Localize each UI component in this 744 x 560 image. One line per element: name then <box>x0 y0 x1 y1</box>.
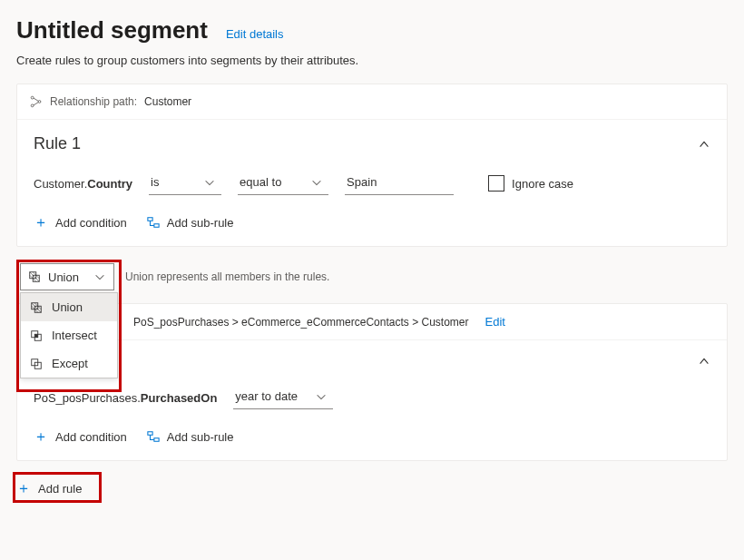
page-title: Untitled segment <box>16 16 208 44</box>
rule-card-2: PoS_posPurchases > eCommerce_eCommerceCo… <box>16 303 728 461</box>
chevron-down-icon <box>315 390 328 403</box>
path-icon <box>30 95 43 108</box>
union-icon <box>30 301 43 314</box>
relpath-edit-link[interactable]: Edit <box>485 315 505 329</box>
intersect-icon <box>30 329 43 342</box>
svg-point-1 <box>31 104 34 107</box>
entity-attribute[interactable]: Customer.Country <box>34 177 132 191</box>
svg-rect-11 <box>34 334 38 338</box>
ignore-case-checkbox[interactable] <box>488 175 504 192</box>
operator-description: Union represents all members in the rule… <box>125 270 329 283</box>
edit-details-link[interactable]: Edit details <box>226 27 284 41</box>
relpath-label: Relationship path: <box>50 95 137 108</box>
chevron-down-icon <box>203 176 216 189</box>
plus-icon: ＋ <box>34 215 48 230</box>
entity-attribute[interactable]: PoS_posPurchases.PurchasedOn <box>34 391 217 405</box>
subrule-icon <box>147 216 160 229</box>
ignore-case-label: Ignore case <box>512 177 573 191</box>
operator-1-dropdown[interactable]: is <box>149 172 221 195</box>
relpath-value: PoS_posPurchases > eCommerce_eCommerceCo… <box>133 316 469 329</box>
operator-option-except[interactable]: Except <box>21 349 117 378</box>
svg-rect-15 <box>154 438 159 442</box>
svg-point-2 <box>38 101 41 103</box>
condition-row: Customer.Country is equal to Spain Ignor… <box>34 172 710 195</box>
svg-rect-4 <box>154 224 159 228</box>
collapse-chevron-icon[interactable] <box>698 355 710 368</box>
set-operator-dropdown[interactable]: Union <box>20 263 114 290</box>
relationship-path: PoS_posPurchases > eCommerce_eCommerceCo… <box>17 304 727 340</box>
page-subtitle: Create rules to group customers into seg… <box>16 54 728 67</box>
add-condition-button[interactable]: ＋ Add condition <box>34 211 127 233</box>
condition-row: PoS_posPurchases.PurchasedOn year to dat… <box>34 386 710 409</box>
chevron-down-icon <box>310 176 323 189</box>
set-operator-menu: Union Intersect Except <box>20 292 118 378</box>
operator-option-union[interactable]: Union <box>21 293 117 321</box>
svg-point-0 <box>31 96 34 99</box>
svg-rect-3 <box>148 218 152 221</box>
add-condition-button[interactable]: ＋ Add condition <box>34 426 127 447</box>
operator-2-dropdown[interactable]: equal to <box>238 172 328 195</box>
svg-rect-14 <box>148 432 152 436</box>
operator-1-dropdown[interactable]: year to date <box>233 386 333 409</box>
subrule-icon <box>147 430 160 443</box>
rule-title: Rule 1 <box>34 134 81 153</box>
value-input[interactable]: Spain <box>345 172 454 195</box>
operator-option-intersect[interactable]: Intersect <box>21 321 117 349</box>
rule-card-1: Relationship path: Customer Rule 1 Custo… <box>16 84 728 247</box>
plus-icon: ＋ <box>34 429 48 444</box>
plus-icon: ＋ <box>16 481 31 496</box>
set-operator-row: Union Union represents all members in th… <box>20 263 728 290</box>
except-icon <box>30 358 43 370</box>
relpath-value: Customer <box>144 95 191 108</box>
add-rule-button[interactable]: ＋ Add rule <box>16 477 82 499</box>
add-subrule-button[interactable]: Add sub-rule <box>147 427 234 447</box>
relationship-path: Relationship path: Customer <box>17 84 727 120</box>
add-subrule-button[interactable]: Add sub-rule <box>147 212 234 233</box>
union-icon <box>28 270 41 283</box>
chevron-down-icon <box>93 270 106 283</box>
collapse-chevron-icon[interactable] <box>698 138 710 151</box>
